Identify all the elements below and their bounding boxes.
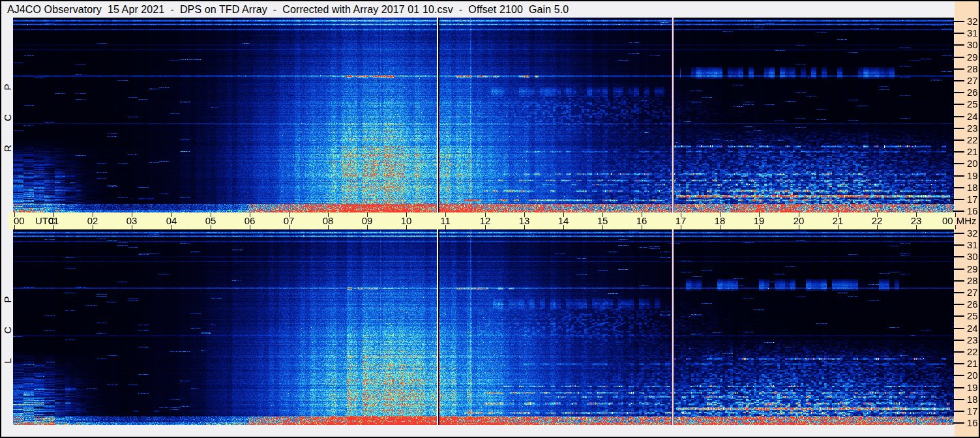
title-bar: AJ4CO Observatory 15 Apr 2021 - DPS on T… (1, 1, 955, 18)
polarization-letter: P (1, 83, 12, 90)
polarization-letter: C (2, 327, 13, 334)
bottom-margin (1, 425, 955, 437)
lcp-spectrogram (13, 229, 954, 425)
polarization-letter: C (2, 114, 13, 121)
rcp-polarization-label: PCR (2, 81, 12, 154)
time-axis-band (8, 212, 955, 229)
frequency-scale-strip (955, 1, 980, 437)
polarization-letter: P (1, 296, 12, 302)
app-window: AJ4CO Observatory 15 Apr 2021 - DPS on T… (0, 0, 980, 438)
rcp-spectrogram (13, 18, 954, 212)
polarization-letter: R (2, 145, 13, 152)
window-title: AJ4CO Observatory 15 Apr 2021 - DPS on T… (7, 4, 569, 16)
lcp-polarization-label: PCL (2, 294, 12, 366)
polarization-letter: L (2, 358, 13, 363)
